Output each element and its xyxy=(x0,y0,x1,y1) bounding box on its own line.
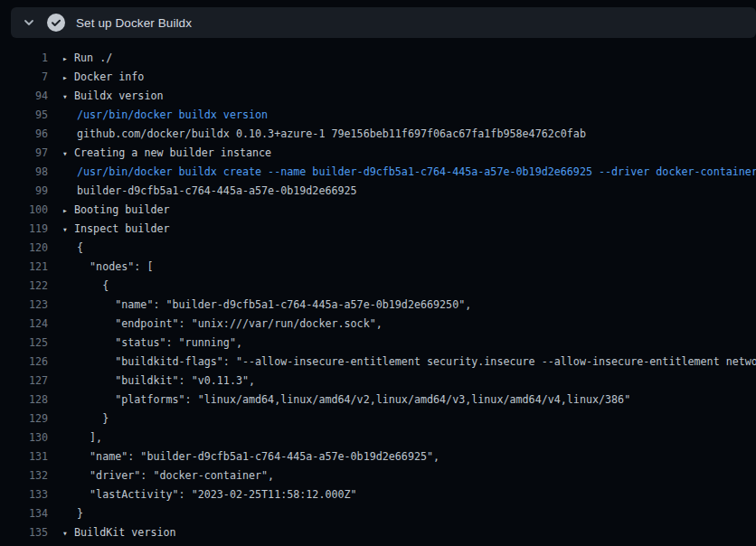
line-number[interactable]: 129 xyxy=(0,410,48,428)
output-text: "nodes": [ xyxy=(77,258,153,277)
group-title: Booting builder xyxy=(74,201,170,220)
triangle-right-icon[interactable]: ▸ xyxy=(62,68,74,87)
log-line: 125 "status": "running", xyxy=(0,334,756,353)
log-line: 127 "buildkit": "v0.11.3", xyxy=(0,372,756,391)
log-line: 130 ], xyxy=(0,428,756,447)
log-group-row[interactable]: 1▸Run ./ xyxy=(0,49,756,68)
log-line: 136builder-d9cfb5a1-c764-445a-a57e-0b19d… xyxy=(0,542,756,546)
log-group-row[interactable]: 135▾BuildKit version xyxy=(0,523,756,542)
log-group-row[interactable]: 119▾Inspect builder xyxy=(0,220,756,239)
line-number[interactable]: 125 xyxy=(0,334,48,353)
output-text: "name": "builder-d9cfb5a1-c764-445a-a57e… xyxy=(77,296,471,315)
line-number[interactable]: 128 xyxy=(0,391,48,410)
log-line: 133 "lastActivity": "2023-02-25T11:58:12… xyxy=(0,485,756,504)
step-title: Set up Docker Buildx xyxy=(76,16,192,30)
line-number[interactable]: 132 xyxy=(0,466,48,485)
group-title: Run ./ xyxy=(74,49,112,68)
output-text: "endpoint": "unix:///var/run/docker.sock… xyxy=(77,315,383,334)
log-line: 122 { xyxy=(0,277,756,296)
line-number[interactable]: 94 xyxy=(0,87,48,106)
line-number[interactable]: 1 xyxy=(0,49,48,68)
output-text: "platforms": "linux/amd64,linux/amd64/v2… xyxy=(77,391,630,410)
triangle-down-icon[interactable]: ▾ xyxy=(62,144,74,163)
log-line: 132 "driver": "docker-container", xyxy=(0,466,756,485)
log-group-row[interactable]: 94▾Buildx version xyxy=(0,87,756,106)
output-text: { xyxy=(77,239,83,258)
output-text: builder-d9cfb5a1-c764-445a-a57e-0b19d2e6… xyxy=(77,182,357,201)
output-text: } xyxy=(77,504,83,523)
triangle-down-icon[interactable]: ▾ xyxy=(62,87,74,106)
log-line: 128 "platforms": "linux/amd64,linux/amd6… xyxy=(0,391,756,410)
output-text: builder-d9cfb5a1-c764-445a-a57e-0b19d2e6… xyxy=(77,542,421,546)
group-title: Buildx version xyxy=(74,87,164,106)
line-number[interactable]: 123 xyxy=(0,296,48,315)
line-number[interactable]: 127 xyxy=(0,372,48,391)
command-text: /usr/bin/docker buildx create --name bui… xyxy=(77,163,756,182)
line-number[interactable]: 130 xyxy=(0,428,48,447)
log-line: 96github.com/docker/buildx 0.10.3+azure-… xyxy=(0,125,756,144)
log-group-row[interactable]: 7▸Docker info xyxy=(0,68,756,87)
output-text: "lastActivity": "2023-02-25T11:58:12.000… xyxy=(77,485,357,504)
output-text: } xyxy=(77,410,109,428)
triangle-down-icon[interactable]: ▾ xyxy=(62,523,74,542)
line-number[interactable]: 131 xyxy=(0,447,48,466)
line-number[interactable]: 100 xyxy=(0,201,48,220)
line-number[interactable]: 133 xyxy=(0,485,48,504)
line-number[interactable]: 7 xyxy=(0,68,48,87)
output-text: ], xyxy=(77,428,102,447)
group-title: Docker info xyxy=(74,68,144,87)
log-line: 95/usr/bin/docker buildx version xyxy=(0,106,756,125)
log-line: 129 } xyxy=(0,410,756,428)
log-line: 121 "nodes": [ xyxy=(0,258,756,277)
step-header[interactable]: Set up Docker Buildx xyxy=(11,7,756,38)
group-title: Creating a new builder instance xyxy=(74,144,271,163)
log-line: 123 "name": "builder-d9cfb5a1-c764-445a-… xyxy=(0,296,756,315)
output-text: "buildkit": "v0.11.3", xyxy=(77,372,255,391)
group-title: BuildKit version xyxy=(74,523,176,542)
log-line: 98/usr/bin/docker buildx create --name b… xyxy=(0,163,756,182)
log-group-row[interactable]: 97▾Creating a new builder instance xyxy=(0,144,756,163)
log-line: 134} xyxy=(0,504,756,523)
line-number[interactable]: 121 xyxy=(0,258,48,277)
output-text: "driver": "docker-container", xyxy=(77,466,274,485)
line-number[interactable]: 119 xyxy=(0,220,48,239)
log-line: 131 "name": "builder-d9cfb5a1-c764-445a-… xyxy=(0,447,756,466)
line-number[interactable]: 99 xyxy=(0,182,48,201)
log-group-row[interactable]: 100▸Booting builder xyxy=(0,201,756,220)
line-number[interactable]: 124 xyxy=(0,315,48,334)
line-number[interactable]: 126 xyxy=(0,353,48,372)
log-viewer: 1▸Run ./7▸Docker info94▾Buildx version95… xyxy=(0,38,756,546)
log-line: 99builder-d9cfb5a1-c764-445a-a57e-0b19d2… xyxy=(0,182,756,201)
line-number[interactable]: 98 xyxy=(0,163,48,182)
output-text: github.com/docker/buildx 0.10.3+azure-1 … xyxy=(77,125,586,144)
line-number[interactable]: 96 xyxy=(0,125,48,144)
command-text: /usr/bin/docker buildx version xyxy=(77,106,268,125)
log-line: 126 "buildkitd-flags": "--allow-insecure… xyxy=(0,353,756,372)
line-number[interactable]: 120 xyxy=(0,239,48,258)
output-text: "status": "running", xyxy=(77,334,242,353)
output-text: "buildkitd-flags": "--allow-insecure-ent… xyxy=(77,353,756,372)
line-number[interactable]: 134 xyxy=(0,504,48,523)
line-number[interactable]: 97 xyxy=(0,144,48,163)
log-line: 124 "endpoint": "unix:///var/run/docker.… xyxy=(0,315,756,334)
output-text: { xyxy=(77,277,109,296)
line-number[interactable]: 135 xyxy=(0,523,48,542)
triangle-right-icon[interactable]: ▸ xyxy=(62,49,74,68)
triangle-right-icon[interactable]: ▸ xyxy=(62,201,74,220)
output-text: "name": "builder-d9cfb5a1-c764-445a-a57e… xyxy=(77,447,439,466)
triangle-down-icon[interactable]: ▾ xyxy=(62,220,74,239)
check-circle-icon xyxy=(47,14,65,32)
line-number[interactable]: 136 xyxy=(0,542,48,546)
chevron-down-icon[interactable] xyxy=(22,15,36,30)
line-number[interactable]: 122 xyxy=(0,277,48,296)
log-line: 120{ xyxy=(0,239,756,258)
line-number[interactable]: 95 xyxy=(0,106,48,125)
group-title: Inspect builder xyxy=(74,220,170,239)
